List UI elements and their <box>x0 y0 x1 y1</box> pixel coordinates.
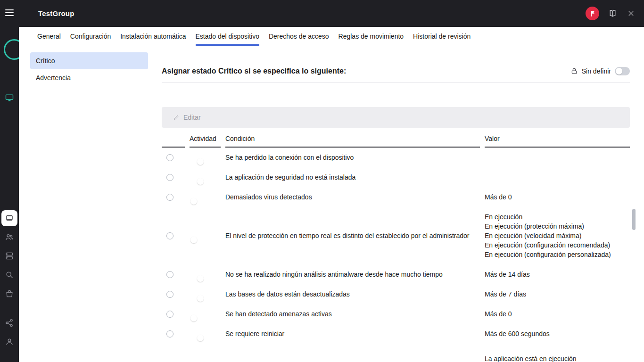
brand-logo <box>4 39 19 60</box>
row-radio[interactable] <box>166 194 173 201</box>
tab-reglas-de-movimiento[interactable]: Reglas de movimiento <box>339 27 404 46</box>
value-text: La aplicación está en ejecución <box>485 354 630 362</box>
value-text: Más de 0 <box>485 309 630 319</box>
row-select-cell <box>162 330 185 337</box>
table-row: Las bases de datos están desactualizadas… <box>162 284 630 304</box>
header-actions <box>586 7 644 20</box>
column-header-select <box>162 135 185 148</box>
table-row: No se ha realizado ningún análisis antim… <box>162 264 630 284</box>
column-header-condition: Condición <box>225 135 480 148</box>
condition-text: Las bases de datos están desactualizadas <box>225 289 480 299</box>
undefined-toggle-label: Sin definir <box>582 67 611 75</box>
search-icon[interactable] <box>5 270 14 280</box>
row-select-cell <box>162 311 185 318</box>
row-select-cell <box>162 174 185 181</box>
row-select-cell <box>162 154 185 161</box>
active-nav-item[interactable] <box>1 210 17 226</box>
condition-text: Se han detectado amenazas activas <box>225 309 480 319</box>
heading-row: Asignar estado Crítico si se especifica … <box>162 67 630 83</box>
table-row: Se ha perdido la conexión con el disposi… <box>162 148 630 167</box>
value-text: Más de 600 segundos <box>485 329 630 338</box>
tab-derechos-de-acceso[interactable]: Derechos de acceso <box>269 27 329 46</box>
column-header-value: Valor <box>485 135 630 148</box>
side-panel-item-advertencia[interactable]: Advertencia <box>30 69 148 86</box>
edit-button-label: Editar <box>183 114 201 121</box>
conditions-table-body: Se ha perdido la conexión con el disposi… <box>162 148 630 362</box>
condition-text: Se requiere reiniciar <box>225 329 480 338</box>
row-select-cell <box>162 194 185 201</box>
row-select-cell <box>162 354 185 361</box>
servers-icon[interactable] <box>5 251 14 261</box>
close-icon[interactable] <box>626 8 636 19</box>
condition-text: El nivel de protección en tiempo real es… <box>225 231 480 240</box>
status-side-panel: CríticoAdvertencia <box>19 46 162 362</box>
conditions-table-header: Actividad Condición Valor <box>162 128 630 148</box>
app-sidebar <box>0 0 19 362</box>
app-window: TestGroup GeneralConfiguraciónInstalació… <box>0 0 644 362</box>
row-radio[interactable] <box>166 154 173 161</box>
value-text: Más de 7 días <box>485 289 630 299</box>
undefined-status-control: Sin definir <box>570 67 630 75</box>
value-text: Más de 14 días <box>485 270 630 279</box>
active-nav-icon <box>5 214 14 222</box>
help-book-icon[interactable] <box>607 8 618 19</box>
tab-bar: GeneralConfiguraciónInstalación automáti… <box>19 27 644 46</box>
tab-historial-de-revisión[interactable]: Historial de revisión <box>413 27 471 46</box>
licenses-bag-icon[interactable] <box>5 289 14 298</box>
share-icon[interactable] <box>5 318 14 328</box>
row-radio[interactable] <box>166 271 173 278</box>
window-header: TestGroup <box>19 0 644 27</box>
condition-text: No se ha realizado ningún análisis antim… <box>225 270 480 279</box>
edit-button[interactable]: Editar <box>162 107 630 128</box>
undefined-toggle[interactable] <box>615 67 630 75</box>
value-text: En ejecución En ejecución (protección má… <box>485 212 630 259</box>
table-row: Demasiados virus detectadosMás de 0 <box>162 187 630 207</box>
hamburger-menu-icon[interactable] <box>5 9 14 16</box>
user-account-icon[interactable] <box>5 337 14 346</box>
row-radio[interactable] <box>166 232 173 239</box>
table-row: La aplicación está en ejecución <box>162 344 630 362</box>
devices-monitor-icon[interactable] <box>5 93 14 102</box>
group-title: TestGroup <box>38 9 74 17</box>
conditions-table: Actividad Condición Valor Se ha perdido … <box>162 128 630 362</box>
row-select-cell <box>162 291 185 298</box>
row-select-cell <box>162 232 185 239</box>
value-text: Más de 0 <box>485 192 630 202</box>
edit-pencil-icon <box>173 114 180 121</box>
row-radio[interactable] <box>166 291 173 298</box>
table-row: Se requiere reiniciarMás de 600 segundos <box>162 324 630 344</box>
lock-icon <box>570 67 578 75</box>
scrollbar-thumb[interactable] <box>632 209 636 230</box>
tab-configuración[interactable]: Configuración <box>70 27 111 46</box>
tab-instalación-automática[interactable]: Instalación automática <box>120 27 186 46</box>
row-radio[interactable] <box>166 174 173 181</box>
notifications-flag-badge[interactable] <box>586 7 599 20</box>
flag-icon <box>589 10 596 17</box>
row-radio[interactable] <box>166 330 173 337</box>
table-row: La aplicación de seguridad no está insta… <box>162 167 630 187</box>
column-header-activity: Actividad <box>190 135 221 148</box>
condition-text: Demasiados virus detectados <box>225 192 480 202</box>
side-panel-item-crítico[interactable]: Crítico <box>30 52 148 69</box>
condition-text: Se ha perdido la conexión con el disposi… <box>225 153 480 162</box>
device-status-main: Asignar estado Crítico si se especifica … <box>162 46 630 362</box>
condition-text: La aplicación de seguridad no está insta… <box>225 173 480 182</box>
table-row: Se han detectado amenazas activasMás de … <box>162 304 630 324</box>
users-icon[interactable] <box>5 232 14 242</box>
row-select-cell <box>162 271 185 278</box>
tab-estado-del-dispositivo[interactable]: Estado del dispositivo <box>196 27 259 46</box>
row-radio[interactable] <box>166 311 173 318</box>
tab-general[interactable]: General <box>37 27 61 46</box>
page-title: Asignar estado Crítico si se especifica … <box>162 67 346 75</box>
table-row: El nivel de protección en tiempo real es… <box>162 207 630 264</box>
